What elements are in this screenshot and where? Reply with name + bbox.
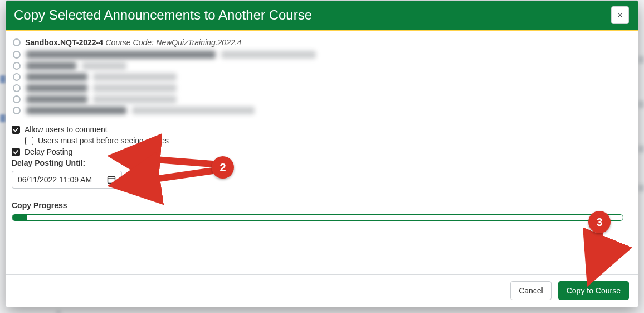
annotation-arrow-3 [0, 0, 644, 313]
stage: Copy Selected Announcements to Another C… [0, 0, 644, 313]
annotation-badge-3-text: 3 [596, 216, 602, 229]
annotation-badge-2: 2 [212, 156, 234, 179]
annotation-badge-3: 3 [588, 211, 611, 233]
annotation-badge-2-text: 2 [219, 161, 226, 174]
